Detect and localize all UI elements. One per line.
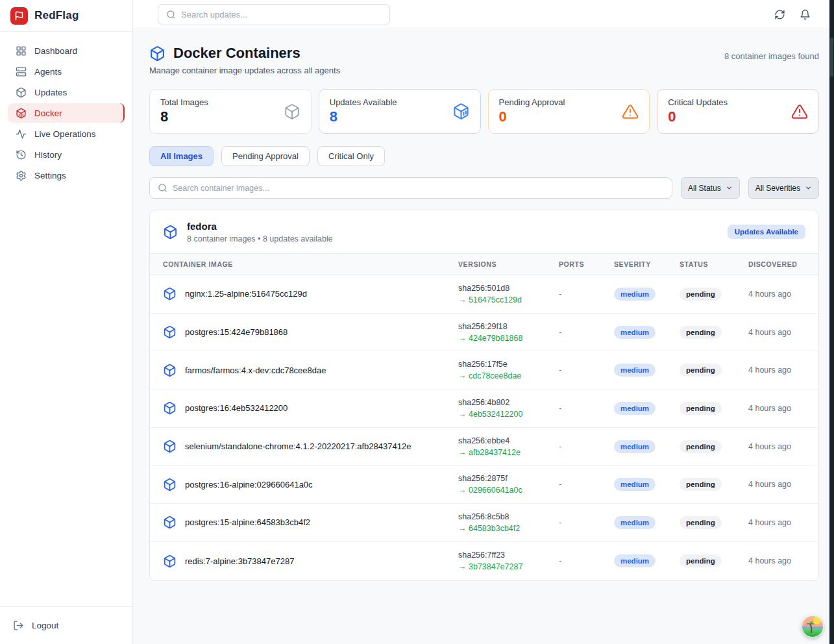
chevron-down-icon bbox=[805, 184, 812, 192]
column-header-versions: Versions bbox=[458, 260, 559, 268]
container-icon bbox=[163, 478, 177, 491]
ports-value: - bbox=[559, 404, 614, 413]
scrollbar[interactable] bbox=[829, 0, 834, 644]
activity-icon bbox=[16, 129, 27, 140]
filter-tabs: All Images Pending Approval Critical Onl… bbox=[149, 146, 819, 166]
status-badge: pending bbox=[680, 478, 722, 491]
sidebar-item-label: Docker bbox=[34, 108, 62, 118]
chevron-down-icon bbox=[726, 184, 733, 192]
ports-value: - bbox=[559, 328, 614, 337]
column-header-severity: Severity bbox=[614, 260, 680, 268]
table-row[interactable]: nginx:1.25-alpine:516475cc129d sha256:50… bbox=[150, 275, 818, 314]
filter-critical-only[interactable]: Critical Only bbox=[317, 146, 385, 166]
new-version: → afb28437412e bbox=[458, 448, 559, 457]
discovered-value: 4 hours ago bbox=[748, 556, 805, 565]
new-version: → 516475cc129d bbox=[458, 295, 559, 304]
severity-badge: medium bbox=[614, 478, 656, 491]
arrow-icon: → bbox=[458, 371, 467, 380]
status-badge: pending bbox=[680, 440, 722, 453]
new-version: → 64583b3cb4f2 bbox=[458, 524, 559, 533]
stat-label: Total Images bbox=[160, 97, 208, 107]
new-version: → 029660641a0c bbox=[458, 486, 559, 495]
brand-header: RedFlag bbox=[0, 0, 132, 32]
stat-card-total-images: Total Images 8 bbox=[149, 89, 312, 134]
arrow-icon: → bbox=[458, 448, 467, 457]
severity-badge: medium bbox=[614, 440, 656, 453]
arrow-icon: → bbox=[458, 334, 467, 343]
severity-filter-select[interactable]: All Severities bbox=[748, 177, 819, 199]
image-group-card: fedora 8 container images • 8 updates av… bbox=[149, 210, 819, 581]
table-header-row: Container Image Versions Ports Severity … bbox=[150, 253, 818, 275]
current-version: sha256:8c5b8 bbox=[458, 512, 559, 521]
new-version: → 3b73847e7287 bbox=[458, 562, 559, 571]
severity-badge: medium bbox=[614, 288, 656, 301]
sidebar-item-updates[interactable]: Updates bbox=[8, 82, 125, 102]
scrollbar-thumb[interactable] bbox=[830, 38, 833, 77]
container-image-name: selenium/standalone-chrome:4.1.2-2022021… bbox=[185, 441, 411, 451]
image-search-input[interactable] bbox=[173, 184, 664, 193]
table-row[interactable]: selenium/standalone-chrome:4.1.2-2022021… bbox=[150, 428, 818, 466]
container-icon bbox=[163, 401, 177, 415]
package-icon bbox=[284, 103, 300, 120]
status-badge: pending bbox=[680, 402, 722, 415]
sidebar-item-docker[interactable]: Docker bbox=[8, 103, 125, 123]
search-icon bbox=[166, 10, 176, 19]
current-version: sha256:2875f bbox=[458, 474, 559, 483]
table-row[interactable]: postgres:15-alpine:64583b3cb4f2 sha256:8… bbox=[150, 504, 818, 542]
current-version: sha256:7ff23 bbox=[458, 551, 559, 560]
table-row[interactable]: redis:7-alpine:3b73847e7287 sha256:7ff23… bbox=[150, 542, 818, 580]
brand-logo bbox=[10, 7, 28, 25]
column-header-ports: Ports bbox=[559, 260, 614, 268]
filter-all-images[interactable]: All Images bbox=[149, 146, 214, 166]
logout-label: Logout bbox=[32, 621, 58, 630]
image-search[interactable] bbox=[149, 177, 672, 199]
sidebar-item-label: Dashboard bbox=[34, 46, 77, 56]
table-row[interactable]: postgres:15:424e79b81868 sha256:29f18 → … bbox=[150, 314, 818, 352]
page-title: Docker Containers bbox=[173, 45, 300, 62]
sidebar-item-label: Updates bbox=[34, 88, 67, 97]
sidebar-footer: Logout bbox=[0, 606, 132, 644]
dashboard-icon bbox=[16, 45, 27, 56]
status-filter-select[interactable]: All Status bbox=[681, 177, 740, 199]
sidebar-item-label: Settings bbox=[34, 171, 66, 180]
top-bar bbox=[133, 0, 834, 29]
sidebar-item-settings[interactable]: Settings bbox=[8, 166, 125, 185]
status-badge: pending bbox=[680, 326, 722, 339]
sidebar-item-live-operations[interactable]: Live Operations bbox=[8, 124, 125, 143]
discovered-value: 4 hours ago bbox=[748, 404, 805, 413]
page-subtitle: Manage container image updates across al… bbox=[149, 66, 340, 75]
new-version: → 4eb532412200 bbox=[458, 410, 559, 419]
island-emoji-button[interactable] bbox=[802, 615, 824, 638]
sidebar-item-history[interactable]: History bbox=[8, 145, 125, 164]
sidebar-item-agents[interactable]: Agents bbox=[8, 62, 125, 81]
container-image-name: postgres:16-alpine:029660641a0c bbox=[185, 480, 313, 489]
sidebar-item-label: Agents bbox=[34, 67, 62, 77]
arrow-icon: → bbox=[458, 524, 467, 533]
global-search[interactable] bbox=[158, 4, 390, 25]
sidebar-item-label: Live Operations bbox=[34, 129, 96, 139]
ports-value: - bbox=[559, 442, 614, 451]
logout-button[interactable]: Logout bbox=[10, 616, 122, 635]
table-row[interactable]: postgres:16:4eb532412200 sha256:4b802 → … bbox=[150, 390, 818, 428]
severity-filter-value: All Severities bbox=[755, 184, 800, 193]
container-image-name: postgres:15-alpine:64583b3cb4f2 bbox=[185, 517, 310, 527]
container-icon bbox=[452, 103, 470, 120]
current-version: sha256:501d8 bbox=[458, 284, 559, 293]
status-badge: pending bbox=[680, 364, 722, 377]
filter-pending-approval[interactable]: Pending Approval bbox=[221, 146, 310, 166]
table-row[interactable]: farmos/farmos:4.x-dev:cdc78cee8dae sha25… bbox=[150, 351, 818, 390]
severity-badge: medium bbox=[614, 554, 656, 567]
table-row[interactable]: postgres:16-alpine:029660641a0c sha256:2… bbox=[150, 465, 818, 504]
refresh-icon[interactable] bbox=[774, 9, 785, 20]
new-version: → 424e79b81868 bbox=[458, 334, 559, 343]
current-version: sha256:4b802 bbox=[458, 398, 559, 407]
global-search-input[interactable] bbox=[181, 10, 382, 19]
warning-triangle-icon bbox=[622, 103, 639, 120]
sidebar-item-dashboard[interactable]: Dashboard bbox=[8, 41, 125, 60]
main-area: Docker Containers Manage container image… bbox=[133, 0, 834, 644]
flag-icon bbox=[14, 11, 24, 21]
notifications-bell-icon[interactable] bbox=[800, 9, 811, 20]
container-image-name: farmos/farmos:4.x-dev:cdc78cee8dae bbox=[185, 365, 326, 375]
table-body: nginx:1.25-alpine:516475cc129d sha256:50… bbox=[150, 275, 818, 580]
brand-name: RedFlag bbox=[34, 9, 79, 22]
